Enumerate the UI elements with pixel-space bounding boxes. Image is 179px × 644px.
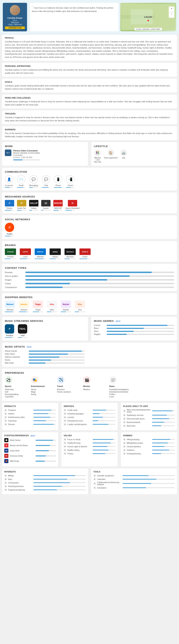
genre-items: Country Blues Disco Reggae xyxy=(94,324,174,335)
item-bar-fill xyxy=(33,420,46,421)
profile-quote: I love how Liz Claiborne dresses make me… xyxy=(30,3,118,31)
lifestyle-label-married: Married 1 kid Has cats xyxy=(94,157,101,163)
pref-subitem: Dance xyxy=(31,388,53,390)
item-bar-fill xyxy=(93,417,103,418)
item-label: Healthy eating xyxy=(67,449,92,451)
media-bar-fill xyxy=(29,210,32,210)
content-label: Charts xyxy=(5,282,23,285)
events-values-section: EVENTS/CONFERENCES BETA ⚾ World Series B… xyxy=(2,432,177,467)
income-fill xyxy=(13,160,22,160)
genre-label: Country xyxy=(94,324,105,326)
places-list: ★ Mass merchants/department stores ★ Spa… xyxy=(123,409,175,427)
content-bar-fill xyxy=(25,272,152,273)
music-genres-box: MUSIC GENRES BETA Country Blues Disco Re… xyxy=(91,316,177,341)
genre-bar xyxy=(107,331,174,332)
comm-icon: 📲 xyxy=(66,175,74,184)
genres-beta-badge: BETA xyxy=(115,320,121,322)
streaming-title: MUSIC STREAMING SERVICES xyxy=(5,320,85,322)
shopping-title: SHOPPING WEBSITES xyxy=(5,296,174,299)
vehicle-icon: 🚐 xyxy=(120,150,127,156)
event-bar xyxy=(36,456,56,456)
list-item: ★ Ceramics/pottery xyxy=(123,445,175,448)
item-bar-fill xyxy=(93,439,113,440)
item-label: Hunting/shooting xyxy=(127,453,151,455)
genre-row-disco: Disco xyxy=(94,330,174,332)
brand-bar xyxy=(35,258,46,259)
work-box: WORK RLC Fitness Sales Consultant Resort… xyxy=(2,142,88,166)
item-label: Focus on family xyxy=(67,438,92,440)
media-bar xyxy=(5,210,14,210)
values-title: VALUES xyxy=(64,434,115,436)
item-icon: ★ xyxy=(4,488,7,491)
products-services-places: PRODUCTS ★ Footwear ★ Jewelry ★ Suits/bu… xyxy=(2,403,177,430)
media-bar-fill xyxy=(41,210,43,210)
brand-bar xyxy=(50,258,61,259)
pref-icon: 🎬 xyxy=(83,376,91,384)
artist-label: Kesha xyxy=(5,359,27,361)
item-bar xyxy=(93,442,115,443)
item-bar-fill xyxy=(93,410,106,410)
list-item: ★ BBQ/grilling recipes xyxy=(123,442,175,444)
list-item: ★ Jewelry xyxy=(4,412,56,415)
artist-items: Ariana Grande Dolly Parton Sabrina Carpe… xyxy=(5,350,174,364)
media-section: MEDIA/NEWS SOURCES D Disney VF Vanity Fa… xyxy=(2,192,177,214)
shop-bar-fill xyxy=(33,312,39,312)
services-title: SERVICES xyxy=(64,405,115,407)
item-icon: ★ xyxy=(123,452,126,455)
genre-label: Reggae xyxy=(94,333,105,335)
products-box: PRODUCTS ★ Footwear ★ Jewelry ★ Suits/bu… xyxy=(2,403,58,430)
item-icon: ★ xyxy=(64,416,66,418)
pref-subitem: Business xyxy=(57,388,79,390)
pref-subitem: Acting xyxy=(31,393,53,395)
comm-label: Social xyxy=(66,184,74,186)
item-bar-fill xyxy=(33,417,50,418)
map-placeholder: Lincoln + − Lincoln, Nebraska, United St… xyxy=(120,3,176,31)
aspirations-section: PERSONAL ASPIRATIONS Candela aspires to … xyxy=(2,62,177,77)
item-bar xyxy=(33,410,56,410)
event-label: Kentucky Derby xyxy=(10,455,34,457)
brands-grid: Primark Primark LEVI'S Levi's Walmart Wa… xyxy=(5,248,174,259)
pref-subitem: Running/walking xyxy=(5,393,27,395)
work-industry: Hospitality xyxy=(13,154,40,156)
item-bar-fill xyxy=(93,413,99,414)
event-label: World Series xyxy=(10,439,34,441)
places-title: PLACES LIKELY TO VISIT xyxy=(123,405,175,407)
streaming-logo: TIDAL xyxy=(18,324,27,334)
item-icon: ★ xyxy=(4,409,7,412)
svg-text:−: − xyxy=(171,12,172,16)
item-icon: ★ xyxy=(64,409,66,412)
item-bar xyxy=(123,488,175,488)
pref-item-travel: ✈️ Travel BusinessFamily vacations xyxy=(57,376,79,398)
content-row-reviews: Reviews xyxy=(5,271,174,274)
lifestyle-items: 👫 Married 1 kid Has cats 🏠 Owns apartmen… xyxy=(94,150,174,163)
comm-bar xyxy=(54,187,62,188)
shop-logo: Etsy xyxy=(75,300,85,308)
event-label: Beauty and the Beast xyxy=(10,444,34,446)
event-bar-fill xyxy=(36,450,49,451)
media-bar-fill xyxy=(17,210,21,210)
media-bar-fill xyxy=(53,210,59,210)
list-item: ★ Discount/outlet stores xyxy=(123,418,175,420)
item-label: Spa/beauty services xyxy=(127,414,151,416)
comm-bar xyxy=(17,187,25,188)
item-bar xyxy=(152,442,175,443)
item-icon: ★ xyxy=(123,438,126,441)
pref-category: Sports xyxy=(5,385,27,387)
item-bar-fill xyxy=(152,442,168,443)
pref-subitem: Magic xyxy=(31,391,53,393)
music-artists-section: MUSIC ARTISTS BETA Ariana Grande Dolly P… xyxy=(2,342,177,367)
values-box: VALUES ★ Focus on family ★ Healthy/fit l… xyxy=(61,432,118,467)
event-badge: SB xyxy=(4,448,8,453)
event-item: KD Kentucky Derby xyxy=(4,454,56,458)
list-item: ★ Spa/beauty services xyxy=(123,414,175,416)
comm-label: Email xyxy=(17,184,25,186)
brand-logo: KOHL'S xyxy=(79,248,91,255)
event-item: ⚾ World Series xyxy=(4,438,56,442)
event-badge: 🏀 xyxy=(4,459,8,463)
artists-title: MUSIC ARTISTS BETA xyxy=(5,345,174,348)
tools-list: ★ Scientific equipment ★ Calendars ★ Col… xyxy=(93,474,175,489)
shop-item-wayfair: Wayfair Wayfair xyxy=(61,300,71,312)
communication-section: COMMUNICATION 👤 In person ✉️ Email 💬 Mes… xyxy=(2,168,177,191)
list-item: ★ Credit cards xyxy=(64,409,115,412)
comm-fill xyxy=(66,187,71,188)
